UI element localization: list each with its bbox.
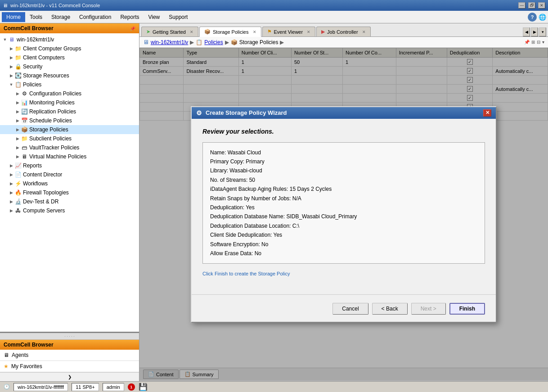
expand-reports[interactable]: ▶ [8,163,14,168]
tab-close-getting-started[interactable]: ✕ [190,30,193,34]
tree-item-client-computers[interactable]: ▶ 📁 Client Computers [0,53,139,62]
expand-security[interactable]: ▶ [8,64,14,69]
expand-storage-resources[interactable]: ▶ [8,73,14,78]
breadcrumb-pin-icon[interactable]: 📌 [524,40,530,45]
tab-close-storage-policies[interactable]: ✕ [253,30,256,34]
tree-item-policies[interactable]: ▼ 📋 Policies [0,80,139,89]
modal-buttons: Cancel < Back Next > Finish [192,299,496,322]
tree-label-storage-resources: Storage Resources [23,72,69,79]
tree-item-client-groups[interactable]: ▶ 📁 Client Computer Groups [0,44,139,53]
expand-workflows[interactable]: ▶ [8,181,14,186]
tree-label-replication-policies: Replication Policies [29,108,76,115]
menu-item-storage[interactable]: Storage [47,12,75,22]
help-icon[interactable]: ? [528,13,537,22]
expand-devtest[interactable]: ▶ [8,199,14,204]
expand-replication-policies[interactable]: ▶ [14,109,21,114]
sidebar-item-agents[interactable]: 🖥 Agents [0,350,139,361]
left-bottom-panel: · · · · · CommCell Browser 🖥 Agents ★ My… [0,332,139,381]
menu-item-view[interactable]: View [144,12,164,22]
tree-label-root: win-162kmtri1lv [17,36,54,43]
tab-close-job-controller[interactable]: ✕ [362,30,366,34]
alert-badge[interactable]: 1 [128,383,135,391]
summary-line: Allow Erase Data: No [210,249,477,258]
close-button[interactable]: ✕ [538,2,545,9]
expand-client-groups[interactable]: ▶ [8,46,14,51]
tree-item-replication-policies[interactable]: ▶ 🔄 Replication Policies [0,107,139,116]
tree-item-workflows[interactable]: ▶ ⚡ Workflows [0,179,139,188]
modal-close-button[interactable]: ✕ [483,109,491,117]
restore-button[interactable]: 🗗 [528,2,535,9]
tree-item-subclient-policies[interactable]: ▶ 📁 Subclient Policies [0,134,139,143]
tree-item-storage-policies[interactable]: ▶ 📦 Storage Policies [0,125,139,134]
status-version-text: 11 SP8+ [76,384,95,390]
tree-item-content-director[interactable]: ▶ 📄 Content Director [0,170,139,179]
finish-button[interactable]: Finish [449,303,485,315]
tab-nav-next[interactable]: ▶ [531,27,538,36]
breadcrumb-scroll-icon[interactable]: ▾ [542,40,544,45]
app-title: win-162kmtri1lv - v11 Commcell Console [10,3,100,8]
summary-line: Primary Copy: Primary [210,157,477,166]
back-button[interactable]: < Back [372,303,408,315]
tab-event-viewer[interactable]: ⚑ Event Viewer ✕ [262,27,316,36]
subclient-policies-icon: 📁 [21,135,28,142]
tree-item-vm-policies[interactable]: ▶ 🖥 Virtual Machine Policies [0,152,139,161]
expand-monitoring-policies[interactable]: ▶ [14,100,21,105]
menu-item-tools[interactable]: Tools [25,12,47,22]
expand-config-policies[interactable]: ▶ [14,91,21,96]
cancel-button[interactable]: Cancel [332,303,368,315]
sidebar-item-favorites[interactable]: ★ My Favorites [0,361,139,372]
app-icon: 🖥 [3,3,8,8]
tree-item-root[interactable]: ▼ 🖥 win-162kmtri1lv [0,35,139,44]
tab-nav-prev[interactable]: ◀ [523,27,530,36]
expand-firewall[interactable]: ▶ [8,190,14,195]
tree-item-firewall[interactable]: ▶ 🔥 Firewall Topologies [0,188,139,197]
expand-bottom-panel[interactable]: ❯ [0,372,139,381]
tab-getting-started[interactable]: ➤ Getting Started ✕ [141,27,198,36]
security-icon: 🔒 [14,63,22,70]
breadcrumb-detach-icon[interactable]: ⊞ [531,40,535,45]
minimize-button[interactable]: — [518,2,526,9]
next-button[interactable]: Next > [411,303,446,315]
tab-job-controller[interactable]: ▶ Job Controller ✕ [316,27,370,36]
storage-policies-icon: 📦 [21,126,28,133]
tree-item-monitoring-policies[interactable]: ▶ 📊 Monitoring Policies [0,98,139,107]
expand-content-director[interactable]: ▶ [8,172,14,177]
summary-line: iDataAgent Backup Aging Rules: 15 Days 2… [210,185,477,194]
expand-compute[interactable]: ▶ [8,208,14,213]
breadcrumb-root[interactable]: win-162kmtri1lv [151,39,188,45]
menu-item-support[interactable]: Support [164,12,192,22]
vm-policies-icon: 🖥 [21,153,28,160]
breadcrumb-policies[interactable]: Policies [204,39,223,45]
tree-item-vaulttracker-policies[interactable]: ▶ 🗃 VaultTracker Policies [0,143,139,152]
menu-item-configuration[interactable]: Configuration [75,12,116,22]
tree-item-compute[interactable]: ▶ 🖧 Compute Servers [0,206,139,215]
breadcrumb-expand-icon[interactable]: ⊟ [537,40,540,45]
resize-handle[interactable]: · · · · · [0,333,139,340]
tree-item-devtest[interactable]: ▶ 🔬 Dev-Test & DR [0,197,139,206]
pin-button[interactable]: 📌 [130,26,135,31]
tree-item-reports[interactable]: ▶ 📈 Reports [0,161,139,170]
tab-nav-menu[interactable]: ▾ [539,27,546,36]
summary-line: Deduplication Database Location: C:\ [210,221,477,230]
tree-label-workflows: Workflows [23,180,48,187]
tree-item-config-policies[interactable]: ▶ ⚙ Configuration Policies [0,89,139,98]
menu-item-home[interactable]: Home [2,12,25,22]
expand-root[interactable]: ▼ [2,37,8,42]
tree-item-schedule-policies[interactable]: ▶ 📅 Schedule Policies [0,116,139,125]
tree-item-storage-resources[interactable]: ▶ 💽 Storage Resources [0,71,139,80]
tree-container[interactable]: ▼ 🖥 win-162kmtri1lv ▶ 📁 Client Computer … [0,33,139,332]
expand-schedule-policies[interactable]: ▶ [14,118,21,123]
policies-icon: 📋 [14,81,22,88]
tab-close-event-viewer[interactable]: ✕ [307,30,310,34]
expand-policies[interactable]: ▼ [8,82,14,87]
expand-client-computers[interactable]: ▶ [8,55,14,60]
tree-item-security[interactable]: ▶ 🔒 Security [0,62,139,71]
expand-vaulttracker-policies[interactable]: ▶ [14,145,21,150]
expand-subclient-policies[interactable]: ▶ [14,136,21,141]
expand-storage-policies[interactable]: ▶ [14,127,21,132]
expand-vm-policies[interactable]: ▶ [14,154,21,159]
tab-storage-policies[interactable]: 📦 Storage Policies ✕ [199,27,261,37]
menu-item-reports[interactable]: Reports [116,12,144,22]
status-version: 11 SP8+ [72,383,99,391]
save-icon[interactable]: 💾 [139,383,148,391]
